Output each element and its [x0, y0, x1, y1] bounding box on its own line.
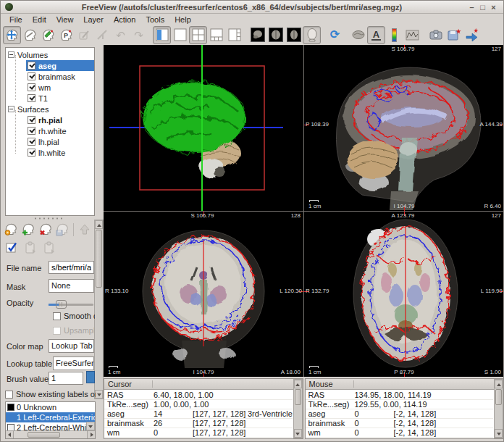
tree-item-brainmask[interactable]: brainmask — [26, 71, 94, 82]
menu-tools[interactable]: Tools — [140, 14, 169, 25]
tree-item-t1[interactable]: T1 — [26, 93, 94, 104]
minimize-button[interactable]: – — [466, 1, 477, 13]
histogram-button[interactable] — [403, 26, 421, 44]
menu-view[interactable]: View — [51, 14, 79, 25]
view-sagittal[interactable]: S 106.79 127 P 108.39 A 144.39 1 cm I 10… — [304, 45, 504, 211]
scroll-up-button[interactable] — [95, 220, 103, 229]
collapse-icon[interactable] — [8, 106, 14, 112]
scroll-down-button[interactable] — [294, 429, 302, 438]
list-scroll-down-button[interactable] — [86, 422, 95, 430]
file-name-input[interactable] — [49, 261, 94, 274]
close-button[interactable]: × — [488, 1, 499, 13]
smooth-checkbox[interactable]: Smooth d — [53, 312, 95, 320]
title-bar[interactable]: FreeView (/autofs/cluster/freesurfer/cen… — [1, 1, 503, 14]
view-coronal-button[interactable] — [266, 26, 285, 44]
checkbox-checked-icon[interactable] — [28, 138, 35, 146]
menu-file[interactable]: File — [4, 14, 28, 25]
screenshot-button[interactable] — [427, 26, 445, 44]
checkbox-icon[interactable] — [5, 391, 13, 399]
cursor-panel-scrollbar[interactable] — [293, 379, 303, 438]
scroll-down-button[interactable] — [95, 390, 103, 399]
view-sagittal-button[interactable] — [248, 26, 266, 44]
brush-value-input[interactable] — [49, 372, 83, 385]
scrollbar-thumb[interactable] — [295, 389, 301, 405]
show-surface-button[interactable] — [349, 26, 367, 44]
colorbar-button[interactable] — [385, 26, 403, 44]
show-all-layers-button[interactable] — [2, 239, 21, 257]
scrollbar-thumb[interactable] — [495, 389, 502, 405]
color-map-select[interactable]: Lookup Tab — [49, 339, 94, 353]
list-horizontal-scrollbar[interactable] — [6, 430, 95, 438]
layout-1n3h-button[interactable] — [225, 26, 243, 44]
panel-splitter-handle[interactable] — [33, 217, 62, 220]
mouse-panel-scrollbar[interactable] — [494, 379, 503, 438]
properties-scrollbar[interactable] — [94, 220, 104, 399]
refresh-button[interactable]: ⟳ — [326, 26, 344, 44]
menu-layer[interactable]: Layer — [78, 14, 109, 25]
view-3d-button[interactable] — [303, 26, 321, 44]
tree-group-surfaces[interactable]: Surfaces — [6, 104, 94, 114]
close-layer-button[interactable] — [37, 221, 54, 238]
tree-group-volumes[interactable]: Volumes — [6, 49, 94, 60]
move-layer-up-button[interactable] — [76, 221, 93, 238]
goto-point-button[interactable] — [463, 26, 481, 44]
show-labels-checkbox[interactable]: Show existing labels or — [5, 390, 96, 399]
scroll-down-button[interactable] — [495, 429, 503, 438]
tree-item-wm[interactable]: wm — [26, 82, 94, 93]
layout-1n3-button[interactable] — [207, 26, 225, 44]
scroll-up-button[interactable] — [495, 380, 503, 388]
scroll-up-button[interactable] — [294, 380, 302, 388]
view-axial[interactable]: A 123.79 127 R 132.79 L 119.99 1 cm P 87… — [304, 212, 504, 377]
layout-2x2-button[interactable] — [189, 26, 207, 44]
tree-item-rh-pial[interactable]: rh.pial — [26, 114, 94, 125]
checkbox-checked-icon[interactable] — [28, 62, 35, 70]
label-list-item-selected[interactable]: 1 Left-Cerebral-Exterio — [6, 412, 95, 422]
annotation-button[interactable]: A — [367, 26, 385, 44]
load-layer-button[interactable] — [20, 221, 37, 238]
checkbox-checked-icon[interactable] — [28, 94, 35, 102]
checkbox-icon[interactable] — [53, 327, 61, 335]
navigate-button[interactable] — [3, 26, 21, 44]
scroll-left-button[interactable] — [6, 431, 14, 438]
tree-item-aseg[interactable]: aseg — [26, 60, 94, 71]
upsample-checkbox[interactable]: Upsampl — [53, 326, 95, 335]
save-layer-button[interactable] — [54, 221, 71, 238]
checkbox-icon[interactable] — [53, 312, 61, 320]
checkbox-checked-icon[interactable] — [28, 72, 35, 80]
maximize-button[interactable]: □ — [477, 1, 488, 13]
view-3d[interactable] — [104, 45, 303, 211]
checkbox-checked-icon[interactable] — [28, 116, 35, 124]
recon-edit-button[interactable]: P — [57, 26, 75, 44]
pointset-edit-button[interactable] — [75, 26, 93, 44]
menu-edit[interactable]: Edit — [28, 14, 51, 25]
checkbox-checked-icon[interactable] — [28, 127, 35, 135]
scrollbar-thumb[interactable] — [28, 432, 60, 438]
undo-button[interactable]: ↶ — [112, 26, 130, 44]
tree-item-lh-pial[interactable]: lh.pial — [26, 136, 94, 147]
scroll-right-button[interactable] — [87, 431, 95, 438]
tree-item-lh-white[interactable]: lh.white — [26, 147, 94, 158]
mask-select[interactable]: None — [49, 279, 94, 293]
opacity-slider[interactable] — [49, 300, 93, 309]
tree-item-rh-white[interactable]: rh.white — [26, 125, 94, 136]
menu-help[interactable]: Help — [169, 14, 196, 25]
voxel-edit-button[interactable] — [39, 26, 57, 44]
copy-settings-button[interactable] — [21, 239, 40, 257]
checkbox-checked-icon[interactable] — [28, 83, 35, 91]
brush-color-button[interactable] — [86, 371, 95, 383]
scrollbar-thumb[interactable] — [96, 230, 102, 288]
redo-button[interactable]: ↷ — [130, 26, 148, 44]
label-list-item[interactable]: 0 Unknown — [6, 402, 95, 412]
new-layer-button[interactable] — [2, 221, 20, 238]
collapse-icon[interactable] — [8, 51, 14, 58]
checkbox-checked-icon[interactable] — [28, 149, 35, 157]
paste-settings-button[interactable] — [40, 239, 59, 257]
layout-1x1-button[interactable] — [171, 26, 189, 44]
save-pointset-button[interactable] — [445, 26, 463, 44]
view-axial-button[interactable] — [285, 26, 303, 44]
slider-handle[interactable] — [56, 300, 67, 309]
menu-action[interactable]: Action — [109, 14, 141, 25]
measure-button[interactable] — [21, 26, 39, 44]
view-coronal[interactable]: S 106.79 128 R 133.10 L 120.30 1 cm I 10… — [104, 212, 303, 377]
lookup-table-select[interactable]: FreeSurferC — [53, 356, 94, 370]
